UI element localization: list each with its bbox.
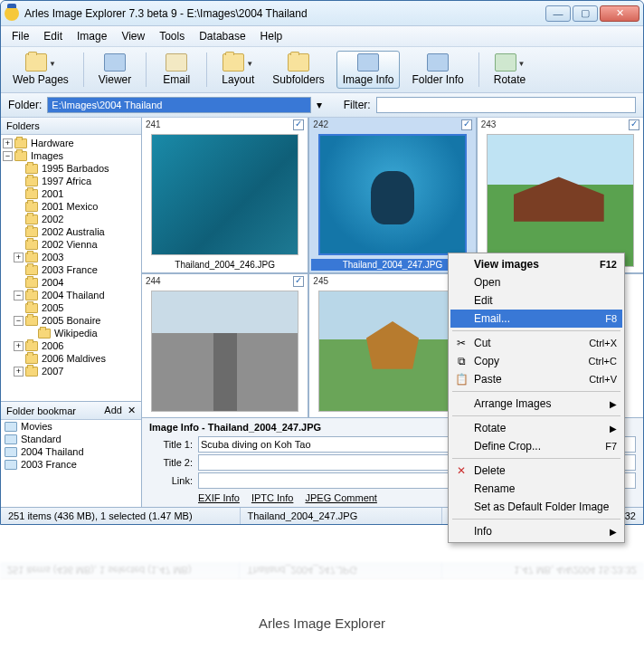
toolbar-image-info[interactable]: Image Info — [336, 51, 401, 89]
chevron-right-icon: ▶ — [610, 527, 617, 537]
ctx-edit[interactable]: Edit — [450, 291, 622, 310]
ctx-open[interactable]: Open — [450, 273, 622, 291]
ctx-info[interactable]: Info▶ — [450, 522, 622, 540]
status-left: 251 items (436 MB), 1 selected (1.47 MB) — [1, 508, 241, 524]
bookmarks-list[interactable]: MoviesStandard2004 Thailand2003 France — [1, 420, 141, 507]
toolbar-subfolders[interactable]: Subfolders — [266, 51, 330, 89]
ctx-rotate[interactable]: Rotate▶ — [450, 419, 622, 437]
thumbnail-cell[interactable]: 243 — [478, 118, 643, 272]
thumbnail-cell[interactable]: 242Thailand_2004_247.JPG — [309, 118, 475, 272]
thumb-image[interactable] — [151, 134, 298, 255]
toolbar-folder-info[interactable]: Folder Info — [405, 51, 469, 89]
bookmark-add-button[interactable]: Add — [104, 405, 122, 415]
tree-node[interactable]: +2002 Vienna — [1, 238, 141, 251]
ctx-email-[interactable]: Email...F8 — [450, 310, 622, 328]
thumb-image[interactable] — [318, 291, 466, 412]
title2-label: Title 2: — [149, 457, 193, 468]
filter-input[interactable] — [376, 97, 636, 113]
menu-help[interactable]: Help — [255, 28, 289, 44]
thumb-image[interactable] — [151, 291, 298, 412]
bookmark-item[interactable]: 2003 France — [1, 458, 141, 471]
folder-icon — [25, 215, 38, 224]
toolbar-email[interactable]: Email — [155, 51, 198, 89]
menu-database[interactable]: Database — [194, 28, 251, 44]
thumbnail-cell[interactable]: 241Thailand_2004_246.JPG — [142, 118, 308, 272]
thumb-image[interactable] — [487, 134, 634, 267]
toolbar-web-pages[interactable]: ▼Web Pages — [6, 51, 75, 89]
minimize-button[interactable]: — — [545, 5, 571, 22]
tree-node[interactable]: +2003 — [1, 251, 141, 263]
tree-expander-icon[interactable]: + — [3, 138, 13, 148]
thumb-image[interactable] — [318, 134, 466, 255]
folder-icon — [25, 176, 38, 186]
ctx-copy[interactable]: ⧉CopyCtrl+C — [450, 352, 622, 370]
tree-expander-icon[interactable]: − — [14, 291, 24, 300]
tree-node[interactable]: +2006 — [1, 339, 141, 352]
tree-expander-icon[interactable]: + — [14, 341, 24, 351]
tree-node[interactable]: −Images — [1, 149, 141, 162]
folder-icon — [38, 329, 51, 339]
tree-expander-icon[interactable]: + — [14, 253, 24, 262]
tree-node[interactable]: +2002 — [1, 213, 141, 225]
thumb-number: 244 — [146, 276, 161, 286]
thumb-checkbox[interactable] — [461, 119, 472, 130]
tree-node[interactable]: +1997 Africa — [1, 175, 141, 187]
tree-expander-icon[interactable]: + — [14, 367, 24, 377]
menu-image[interactable]: Image — [71, 28, 112, 44]
tree-node[interactable]: +2002 Australia — [1, 225, 141, 238]
tree-expander-icon[interactable]: − — [3, 151, 13, 161]
ctx-define-crop-[interactable]: Define Crop...F7 — [450, 437, 622, 455]
toolbar-rotate[interactable]: ▼Rotate — [488, 51, 532, 89]
tree-node[interactable]: +2007 — [1, 365, 141, 377]
menu-file[interactable]: File — [6, 28, 34, 44]
tree-node[interactable]: +2006 Maldives — [1, 352, 141, 365]
maximize-button[interactable]: ▢ — [573, 5, 598, 22]
toolbar-layout[interactable]: ▼Layout — [215, 51, 260, 89]
tree-node[interactable]: +2005 — [1, 301, 141, 314]
menu-tools[interactable]: Tools — [154, 28, 190, 44]
ctx-cut[interactable]: ✂CutCtrl+X — [450, 334, 622, 352]
tree-node[interactable]: +2001 — [1, 187, 141, 200]
tree-expander-icon[interactable]: − — [14, 316, 24, 326]
tree-node[interactable]: +1995 Barbados — [1, 162, 141, 175]
ctx-rename[interactable]: Rename — [450, 480, 622, 498]
folder-icon — [25, 265, 38, 275]
folder-path-input[interactable] — [47, 97, 310, 113]
ctx-arrange-images[interactable]: Arrange Images▶ — [450, 395, 622, 413]
thumb-checkbox[interactable] — [293, 276, 304, 287]
ctx-delete[interactable]: ✕Delete — [450, 462, 622, 480]
app-caption: Arles Image Explorer — [0, 579, 644, 640]
thumbnail-cell[interactable]: 244 — [142, 274, 308, 417]
tab-jpeg-comment[interactable]: JPEG Comment — [305, 492, 376, 503]
close-button[interactable]: ✕ — [600, 5, 639, 22]
bookmark-icon — [5, 434, 17, 444]
ctx-paste[interactable]: 📋PasteCtrl+V — [450, 370, 622, 388]
ctx-view-images[interactable]: View imagesF12 — [450, 255, 622, 273]
tab-iptc[interactable]: IPTC Info — [251, 492, 293, 503]
folder-tree[interactable]: +Hardware−Images+1995 Barbados+1997 Afri… — [1, 135, 141, 402]
bookmark-item[interactable]: 2004 Thailand — [1, 445, 141, 458]
tree-node[interactable]: +Hardware — [1, 137, 141, 149]
menu-edit[interactable]: Edit — [38, 28, 68, 44]
bookmark-item[interactable]: Movies — [1, 420, 141, 433]
folder-icon — [25, 227, 38, 237]
tree-node[interactable]: −2005 Bonaire — [1, 314, 141, 327]
toolbar-viewer[interactable]: Viewer — [92, 51, 137, 89]
tree-node[interactable]: +2003 France — [1, 263, 141, 276]
menu-view[interactable]: View — [116, 28, 150, 44]
bookmark-close-icon[interactable]: ✕ — [128, 405, 136, 415]
folder-icon — [25, 316, 38, 326]
filter-label: Filter: — [344, 99, 371, 111]
thumb-number: 243 — [481, 119, 497, 129]
tree-node[interactable]: +Wikipedia — [1, 327, 141, 339]
thumb-checkbox[interactable] — [629, 119, 639, 130]
tree-node[interactable]: +2001 Mexico — [1, 200, 141, 213]
bookmark-item[interactable]: Standard — [1, 433, 141, 445]
ctx-set-as-default-folder-image[interactable]: Set as Default Folder Image — [450, 498, 622, 516]
tree-node[interactable]: +2004 — [1, 276, 141, 289]
tree-node[interactable]: −2004 Thailand — [1, 289, 141, 301]
thumb-checkbox[interactable] — [293, 119, 304, 130]
folder-dropdown-icon[interactable]: ▾ — [317, 99, 322, 111]
tab-exif[interactable]: EXIF Info — [198, 492, 240, 503]
context-menu: View imagesF12OpenEditEmail...F8✂CutCtrl… — [448, 253, 625, 543]
